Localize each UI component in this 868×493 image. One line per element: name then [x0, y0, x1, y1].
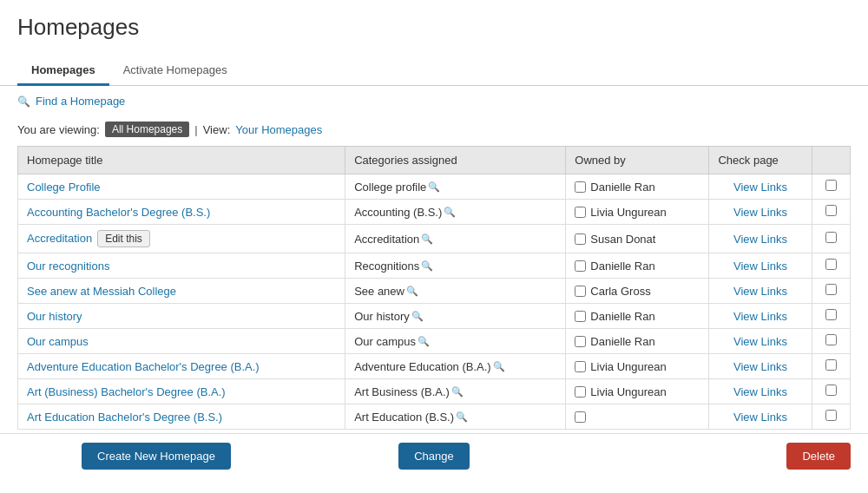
view-links-link[interactable]: View Links [733, 310, 787, 323]
table-row: Our historyOur history🔍Danielle RanView … [18, 304, 851, 329]
owner-checkbox[interactable] [575, 181, 586, 193]
cell-extra [812, 404, 850, 430]
owner-checkbox[interactable] [575, 207, 586, 218]
owner-checkbox[interactable] [575, 286, 586, 297]
cell-extra [812, 174, 850, 200]
homepage-title-link[interactable]: Art (Business) Bachelor's Degree (B.A.) [27, 385, 226, 398]
homepage-title-link[interactable]: See anew at Messiah College [27, 285, 176, 298]
delete-button[interactable]: Delete [786, 443, 851, 470]
cell-title: Our campus [18, 329, 345, 354]
category-search-icon[interactable]: 🔍 [493, 361, 505, 372]
viewing-bar: You are viewing: All Homepages | View: Y… [0, 116, 868, 146]
toolbar: 🔍 Find a Homepage [0, 86, 868, 116]
row-checkbox[interactable] [825, 410, 837, 421]
tabs-bar: Homepages Activate Homepages [0, 56, 868, 86]
cell-owner: Danielle Ran [566, 304, 709, 329]
view-links-link[interactable]: View Links [733, 260, 787, 273]
cell-owner: Susan Donat [566, 225, 709, 253]
cell-check: View Links [709, 379, 812, 404]
category-search-icon[interactable]: 🔍 [418, 336, 430, 347]
cell-extra [812, 304, 850, 329]
category-search-icon[interactable]: 🔍 [421, 233, 433, 245]
cell-owner: Danielle Ran [566, 329, 709, 354]
view-links-link[interactable]: View Links [733, 206, 787, 219]
cell-owner [566, 404, 709, 430]
row-checkbox[interactable] [825, 180, 837, 191]
cell-title: College Profile [18, 174, 345, 200]
viewing-prefix: You are viewing: [17, 123, 100, 136]
row-checkbox[interactable] [825, 309, 837, 320]
category-search-icon[interactable]: 🔍 [428, 181, 440, 193]
owner-checkbox[interactable] [575, 361, 586, 372]
table-row: Our campusOur campus🔍Danielle RanView Li… [18, 329, 851, 354]
separator: | [194, 123, 197, 136]
owner-checkbox[interactable] [575, 311, 586, 322]
view-links-link[interactable]: View Links [733, 385, 787, 398]
table-wrapper: Homepage title Categories assigned Owned… [0, 146, 868, 430]
cell-extra [812, 200, 850, 225]
owner-name: Carla Gross [590, 285, 650, 298]
owner-checkbox[interactable] [575, 233, 586, 245]
category-search-icon[interactable]: 🔍 [411, 311, 424, 322]
category-search-icon[interactable]: 🔍 [444, 207, 456, 218]
cell-owner: Livia Ungurean [566, 200, 709, 225]
cell-check: View Links [709, 304, 812, 329]
owner-name: Livia Ungurean [590, 360, 666, 373]
change-button[interactable]: Change [398, 443, 470, 470]
homepage-title-link[interactable]: Our history [27, 310, 82, 323]
owner-checkbox[interactable] [575, 386, 586, 398]
your-homepages-link[interactable]: Your Homepages [235, 123, 322, 136]
cell-title: See anew at Messiah College [18, 279, 345, 304]
row-checkbox[interactable] [825, 385, 837, 396]
homepage-title-link[interactable]: Our recognitions [27, 260, 109, 273]
table-row: Adventure Education Bachelor's Degree (B… [18, 354, 851, 379]
cell-extra [812, 379, 850, 404]
row-checkbox[interactable] [825, 205, 837, 216]
find-homepage-link[interactable]: Find a Homepage [36, 95, 125, 108]
cell-owner: Livia Ungurean [566, 379, 709, 404]
edit-button[interactable]: Edit this [97, 230, 150, 247]
homepage-title-link[interactable]: Our campus [27, 335, 89, 348]
homepage-title-link[interactable]: Adventure Education Bachelor's Degree (B… [27, 360, 260, 373]
row-checkbox[interactable] [825, 232, 837, 243]
cell-check: View Links [709, 200, 812, 225]
category-search-icon[interactable]: 🔍 [406, 286, 418, 297]
owner-checkbox[interactable] [575, 336, 586, 347]
category-search-icon[interactable]: 🔍 [421, 260, 433, 272]
create-homepage-button[interactable]: Create New Homepage [82, 443, 231, 470]
category-search-icon[interactable]: 🔍 [451, 386, 464, 398]
tab-activate-homepages[interactable]: Activate Homepages [109, 56, 241, 86]
category-search-icon[interactable]: 🔍 [456, 411, 468, 423]
view-links-link[interactable]: View Links [733, 360, 787, 373]
cell-category: Art Business (B.A.)🔍 [345, 379, 566, 404]
table-row: Art Education Bachelor's Degree (B.S.)Ar… [18, 404, 851, 430]
row-checkbox[interactable] [825, 259, 837, 270]
cell-check: View Links [709, 354, 812, 379]
table-row: Our recognitionsRecognitions🔍Danielle Ra… [18, 253, 851, 279]
cell-category: See anew🔍 [345, 279, 566, 304]
owner-checkbox[interactable] [575, 411, 586, 423]
page-title: Homepages [17, 14, 851, 41]
homepage-title-link[interactable]: Art Education Bachelor's Degree (B.S.) [27, 411, 222, 424]
owner-name: Danielle Ran [590, 310, 654, 323]
row-checkbox[interactable] [825, 284, 837, 295]
homepage-title-link[interactable]: College Profile [27, 181, 101, 194]
cell-title: AccreditationEdit this [18, 225, 345, 253]
cell-check: View Links [709, 279, 812, 304]
table-row: Art (Business) Bachelor's Degree (B.A.)A… [18, 379, 851, 404]
row-checkbox[interactable] [825, 359, 837, 371]
view-links-link[interactable]: View Links [733, 285, 787, 298]
all-homepages-badge: All Homepages [105, 122, 189, 137]
homepage-title-link[interactable]: Accounting Bachelor's Degree (B.S.) [27, 206, 210, 219]
view-links-link[interactable]: View Links [733, 411, 787, 424]
view-links-link[interactable]: View Links [733, 233, 787, 246]
owner-checkbox[interactable] [575, 260, 586, 272]
tab-homepages[interactable]: Homepages [17, 56, 109, 86]
view-links-link[interactable]: View Links [733, 181, 787, 194]
owner-name: Danielle Ran [590, 335, 654, 348]
row-checkbox[interactable] [825, 334, 837, 345]
homepage-title-link[interactable]: Accreditation [27, 232, 92, 245]
cell-owner: Carla Gross [566, 279, 709, 304]
cell-owner: Livia Ungurean [566, 354, 709, 379]
view-links-link[interactable]: View Links [733, 335, 787, 348]
